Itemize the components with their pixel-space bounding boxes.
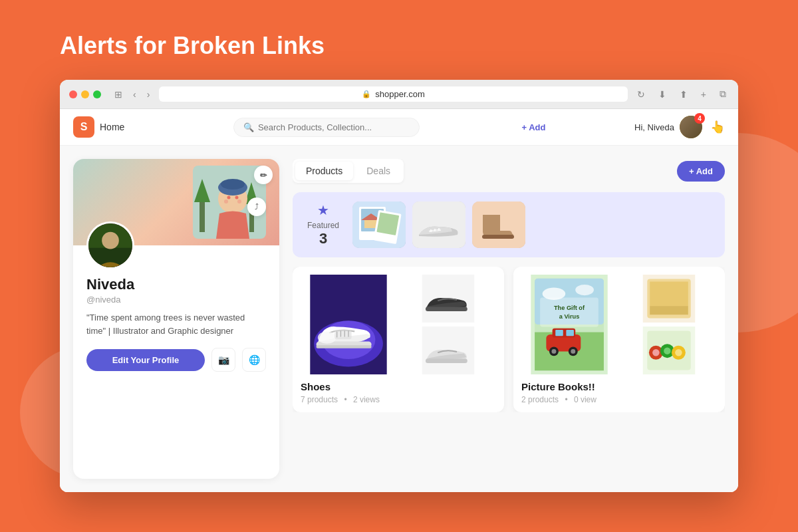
cursor-icon: 👆 bbox=[710, 120, 725, 134]
profile-avatar-img bbox=[88, 223, 132, 267]
url-text: shopper.com bbox=[375, 89, 424, 99]
product-meta-books: 2 products • 0 view bbox=[521, 395, 717, 404]
product-title-books: Picture Books!! bbox=[521, 381, 717, 392]
product-dot-books: • bbox=[565, 395, 567, 404]
forward-btn[interactable]: › bbox=[144, 88, 153, 101]
svg-point-9 bbox=[235, 196, 239, 200]
profile-handle: @niveda bbox=[86, 295, 266, 305]
share-btn[interactable]: ⬆ bbox=[677, 88, 690, 101]
svg-text:a Virus: a Virus bbox=[559, 313, 580, 320]
camera-button[interactable]: 📷 bbox=[211, 348, 235, 372]
share-icon: ⤴ bbox=[255, 202, 259, 211]
product-views-shoes: 2 views bbox=[353, 395, 380, 404]
svg-point-49 bbox=[575, 285, 594, 295]
download-btn[interactable]: ⬇ bbox=[656, 88, 669, 101]
product-count-books: 2 products bbox=[521, 395, 559, 404]
traffic-lights bbox=[69, 90, 101, 98]
featured-text: Featured bbox=[307, 221, 339, 230]
svg-rect-34 bbox=[317, 345, 372, 348]
product-card-shoes[interactable]: Shoes 7 products • 2 views bbox=[293, 267, 504, 412]
product-main-image-shoes bbox=[301, 275, 396, 374]
refresh-btn[interactable]: ↻ bbox=[634, 88, 648, 101]
tab-deals[interactable]: Deals bbox=[356, 162, 401, 180]
camera-icon: 📷 bbox=[218, 354, 229, 365]
svg-rect-53 bbox=[555, 330, 563, 336]
product-dot-shoes: • bbox=[344, 395, 346, 404]
traffic-light-green[interactable] bbox=[93, 90, 101, 98]
product-sub-image-1 bbox=[400, 275, 496, 323]
traffic-light-yellow[interactable] bbox=[81, 90, 89, 98]
featured-thumb-3[interactable] bbox=[472, 201, 525, 248]
product-count-shoes: 7 products bbox=[301, 395, 338, 404]
page-title: Alerts for Broken Links bbox=[60, 32, 325, 60]
nav-home[interactable]: Home bbox=[100, 122, 124, 132]
svg-rect-54 bbox=[566, 330, 574, 336]
profile-avatar bbox=[86, 221, 134, 269]
lock-icon: 🔒 bbox=[362, 90, 371, 98]
sidebar-toggle-btn[interactable]: ⊞ bbox=[112, 88, 125, 101]
globe-icon: 🌐 bbox=[249, 354, 260, 365]
edit-profile-button[interactable]: Edit Your Profile bbox=[86, 349, 205, 371]
product-meta-shoes: 7 products • 2 views bbox=[301, 395, 496, 404]
add-product-button[interactable]: + Add bbox=[677, 161, 725, 182]
traffic-light-red[interactable] bbox=[69, 90, 77, 98]
svg-point-72 bbox=[652, 349, 659, 356]
browser-chrome: ⊞ ‹ › 🔒 shopper.com ↻ ⬇ ⬆ + ⧉ bbox=[60, 80, 738, 109]
header-add-button[interactable]: + Add bbox=[521, 122, 545, 132]
svg-rect-59 bbox=[540, 298, 598, 327]
user-area: Hi, Niveda 4 👆 bbox=[634, 116, 725, 138]
tab-products[interactable]: Products bbox=[295, 162, 353, 180]
featured-products bbox=[352, 201, 714, 248]
svg-point-35 bbox=[318, 331, 336, 343]
app-logo: S Home bbox=[73, 116, 124, 138]
notification-badge: 4 bbox=[680, 116, 702, 138]
search-bar[interactable]: 🔍 bbox=[233, 118, 420, 137]
app-header: S Home 🔍 + Add Hi, Niveda 4 👆 bbox=[60, 109, 738, 146]
svg-point-10 bbox=[224, 200, 228, 203]
featured-section: ★ Featured 3 bbox=[293, 192, 725, 257]
profile-info: Niveda @niveda "Time spent among trees i… bbox=[73, 269, 279, 382]
tabs-container: Products Deals bbox=[293, 159, 404, 183]
svg-rect-64 bbox=[650, 281, 688, 306]
back-btn[interactable]: ‹ bbox=[130, 88, 139, 101]
app-content: S Home 🔍 + Add Hi, Niveda 4 👆 bbox=[60, 109, 738, 492]
browser-window: ⊞ ‹ › 🔒 shopper.com ↻ ⬇ ⬆ + ⧉ S Home bbox=[60, 80, 738, 492]
profile-actions: Edit Your Profile 📷 🌐 bbox=[86, 348, 266, 372]
browser-controls: ⊞ ‹ › bbox=[112, 88, 152, 101]
section-header: Products Deals + Add bbox=[293, 159, 725, 183]
svg-point-73 bbox=[664, 347, 670, 354]
product-views-books: 0 view bbox=[574, 395, 597, 404]
products-grid: Shoes 7 products • 2 views bbox=[293, 267, 725, 412]
globe-button[interactable]: 🌐 bbox=[242, 348, 266, 372]
svg-point-7 bbox=[221, 179, 245, 190]
share-button[interactable]: ⤴ bbox=[247, 198, 266, 216]
svg-rect-21 bbox=[376, 212, 399, 235]
search-input[interactable] bbox=[258, 122, 410, 132]
featured-label: ★ Featured 3 bbox=[303, 202, 343, 247]
svg-point-74 bbox=[675, 349, 682, 356]
profile-bio: "Time spent among trees is never wasted … bbox=[86, 311, 266, 337]
product-title-shoes: Shoes bbox=[301, 381, 496, 392]
svg-rect-22 bbox=[412, 201, 466, 248]
browser-actions: ↻ ⬇ ⬆ + ⧉ bbox=[634, 87, 729, 101]
svg-point-11 bbox=[237, 200, 241, 203]
featured-thumb-2[interactable] bbox=[412, 201, 466, 248]
new-tab-btn[interactable]: + bbox=[698, 88, 709, 101]
address-bar[interactable]: 🔒 shopper.com bbox=[159, 86, 627, 102]
products-section: Products Deals + Add ★ Featured 3 bbox=[293, 159, 725, 479]
tabs-btn[interactable]: ⧉ bbox=[717, 87, 729, 101]
main-layout: ✏ bbox=[60, 146, 738, 492]
logo-icon: S bbox=[73, 116, 94, 138]
search-icon: 🔍 bbox=[243, 122, 254, 132]
svg-point-14 bbox=[102, 232, 119, 249]
product-card-books[interactable]: The Gift of a Virus bbox=[513, 267, 725, 412]
edit-banner-button[interactable]: ✏ bbox=[254, 166, 273, 184]
svg-point-57 bbox=[551, 349, 556, 354]
product-sub-image-books-2 bbox=[621, 327, 717, 374]
featured-thumb-1[interactable] bbox=[352, 201, 406, 248]
svg-rect-66 bbox=[650, 306, 688, 315]
product-images-books: The Gift of a Virus bbox=[521, 275, 717, 374]
product-main-image-books: The Gift of a Virus bbox=[521, 275, 617, 374]
edit-icon: ✏ bbox=[260, 170, 267, 180]
svg-rect-29 bbox=[482, 235, 514, 239]
